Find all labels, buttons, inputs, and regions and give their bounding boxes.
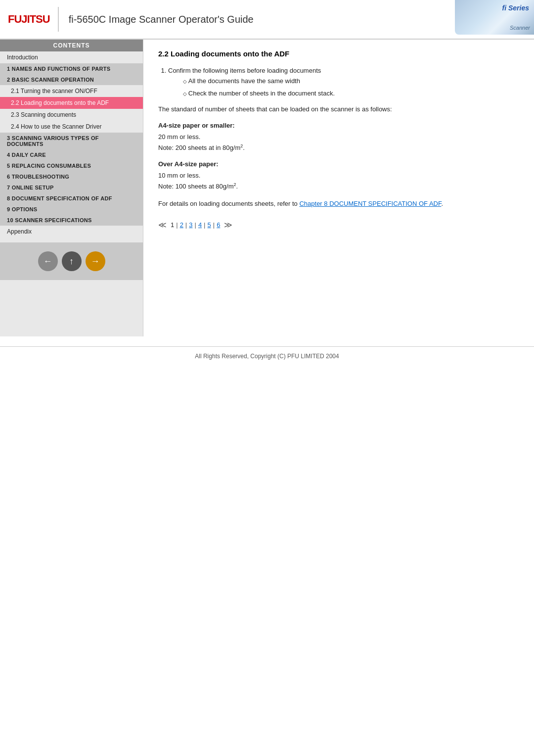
page-sep-5: |	[213, 220, 215, 231]
sidebar-item-ch1[interactable]: 1 NAMES AND FUNCTIONS OF PARTS	[0, 63, 143, 74]
page-footer: All Rights Reserved, Copyright (C) PFU L…	[0, 346, 534, 366]
step1: Confirm the following items before loadi…	[168, 66, 519, 98]
over-a4-line1: 10 mm or less.	[158, 171, 519, 181]
fi-series-label: fi Series	[502, 4, 529, 12]
logo-container: FUJITSU	[8, 7, 59, 32]
sidebar-item-ch2-1[interactable]: 2.1 Turning the scanner ON/OFF	[0, 85, 143, 97]
sidebar-item-ch2-2[interactable]: 2.2 Loading documents onto the ADF	[0, 97, 143, 109]
page-num-6[interactable]: 6	[217, 220, 220, 231]
fujitsu-logo: FUJITSU	[8, 13, 50, 26]
sidebar-item-ch9[interactable]: 9 OPTIONS	[0, 204, 143, 215]
sidebar-item-ch2[interactable]: 2 BASIC SCANNER OPERATION	[0, 74, 143, 85]
sidebar-item-ch10[interactable]: 10 SCANNER SPECIFICATIONS	[0, 215, 143, 226]
page-header: FUJITSU fi-5650C Image Scanner Operator'…	[0, 0, 534, 40]
sidebar-nav: ← ↑ →	[0, 242, 143, 280]
sidebar-item-appendix[interactable]: Appendix	[0, 226, 143, 237]
sidebar-item-ch4[interactable]: 4 DAILY CARE	[0, 149, 143, 160]
over-a4-section: Over A4-size paper: 10 mm or less. Note:…	[158, 159, 519, 192]
page-num-5[interactable]: 5	[208, 220, 211, 231]
step-list: Confirm the following items before loadi…	[168, 66, 519, 98]
contents-header: CONTENTS	[0, 40, 143, 51]
sidebar-item-ch3[interactable]: 3 SCANNING VARIOUS TYPES OF DOCUMENTS	[0, 133, 143, 149]
main-layout: CONTENTS Introduction 1 NAMES AND FUNCTI…	[0, 40, 534, 336]
sidebar-item-ch8[interactable]: 8 DOCUMENT SPECIFICATION OF ADF	[0, 193, 143, 204]
fi-series-sub-text: Scanner	[510, 25, 530, 31]
over-a4-note: Note: 100 sheets at 80g/m2.	[158, 181, 519, 192]
sidebar-item-ch5[interactable]: 5 REPLACING CONSUMABLES	[0, 160, 143, 171]
fi-series-image: fi Series Scanner	[455, 0, 534, 35]
bullet-item-2: Check the number of sheets in the docume…	[183, 89, 519, 99]
page-nav-prev[interactable]: ≪	[158, 219, 167, 232]
sidebar: CONTENTS Introduction 1 NAMES AND FUNCTI…	[0, 40, 143, 336]
nav-forward-button[interactable]: →	[86, 251, 105, 271]
page-num-1: 1	[171, 220, 174, 231]
step1-intro: Confirm the following items before loadi…	[168, 67, 321, 74]
copyright-text: All Rights Reserved, Copyright (C) PFU L…	[195, 353, 339, 360]
sidebar-item-ch6[interactable]: 6 TROUBLESHOOTING	[0, 171, 143, 182]
details-prefix: For details on loading documents sheets,…	[158, 200, 299, 207]
sidebar-item-ch2-4[interactable]: 2.4 How to use the Scanner Driver	[0, 121, 143, 133]
fi-series-banner: fi Series Scanner	[455, 0, 534, 35]
bullet-item-1: All the documents have the same width	[183, 76, 519, 87]
bullet-list: All the documents have the same width Ch…	[183, 76, 519, 99]
page-nav-next[interactable]: ≫	[224, 219, 232, 232]
page-num-4[interactable]: 4	[198, 220, 202, 231]
page-navigation: ≪ 1 | 2 | 3 | 4 | 5 | 6 ≫	[158, 219, 519, 232]
details-suffix: .	[441, 200, 443, 207]
content-body: Confirm the following items before loadi…	[158, 66, 519, 232]
over-a4-title: Over A4-size paper:	[158, 159, 519, 170]
page-sep-1: |	[176, 220, 178, 231]
section-title: 2.2 Loading documents onto the ADF	[158, 49, 519, 58]
sidebar-item-ch2-3[interactable]: 2.3 Scanning documents	[0, 109, 143, 121]
standard-note: The standard of number of sheets that ca…	[158, 104, 519, 115]
sidebar-item-intro[interactable]: Introduction	[0, 51, 143, 63]
a4-note: Note: 200 sheets at in 80g/m2.	[158, 142, 519, 153]
page-num-3[interactable]: 3	[189, 220, 192, 231]
sidebar-item-ch7[interactable]: 7 ONLINE SETUP	[0, 182, 143, 193]
page-sep-2: |	[185, 220, 187, 231]
page-sep-4: |	[204, 220, 205, 231]
a4-line1: 20 mm or less.	[158, 132, 519, 142]
a4-section: A4-size paper or smaller: 20 mm or less.…	[158, 121, 519, 153]
nav-up-button[interactable]: ↑	[62, 251, 82, 271]
page-sep-3: |	[194, 220, 196, 231]
chapter8-link[interactable]: Chapter 8 DOCUMENT SPECIFICATION OF ADF	[299, 200, 441, 207]
page-num-2[interactable]: 2	[180, 220, 183, 231]
nav-back-button[interactable]: ←	[38, 251, 58, 271]
a4-title: A4-size paper or smaller:	[158, 121, 519, 131]
details-paragraph: For details on loading documents sheets,…	[158, 199, 519, 209]
content-area: 2.2 Loading documents onto the ADF Confi…	[143, 40, 534, 336]
